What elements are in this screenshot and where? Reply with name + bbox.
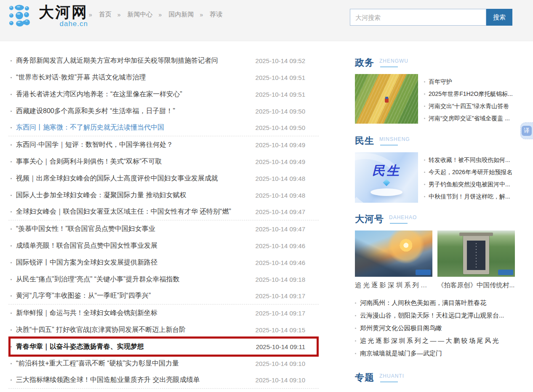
news-list-item[interactable]: 成绩单亮眼！联合国官员点赞中国女性事业发展 2025-10-14 09:46 (8, 237, 319, 254)
bullet-dot-icon (11, 279, 12, 280)
farm-field-photo[interactable] (355, 74, 418, 124)
sidebar-link[interactable]: 云海漫山谷，朝阳染天际！天柱远口龙潭山观景台... (355, 309, 515, 322)
news-title: 西藏建设800多个高原和美乡村 “生活幸福，日子甜！” (16, 107, 256, 116)
news-list-item[interactable]: 三大指标继续领跑全球！中国造船业量质齐升 交出亮眼成绩单 2025-10-14 … (8, 372, 319, 389)
sidebar-link[interactable]: 转发收藏！被不同虫咬伤如何... (424, 154, 515, 166)
news-list-item[interactable]: 东西问丨施寒微：不了解历史就无法读懂当代中国 2025-10-14 09:50 (8, 119, 319, 136)
news-title: 从民生“痛点”到治理“亮点” “关键小事”提升群众幸福指数 (16, 275, 256, 284)
sidebar-link[interactable]: 2025年世界F1H2O摩托艇锦标... (424, 88, 515, 100)
sidebar: 政务 ZHENGWU 百年守护 2025年世界F1H2O摩托艇锦标... 河南交… (355, 56, 515, 384)
news-list-item[interactable]: 香港长者讲述大湾区内地养老：“在这里像在家一样安心” 2025-10-14 09… (8, 86, 319, 103)
sidebar-link[interactable]: 百年守护 (424, 76, 515, 88)
news-title: 决胜“十四五” 打好收官战|京津冀协同发展不断迈上新台阶 (16, 326, 256, 334)
breadcrumb-link[interactable]: 新闻中心 (128, 11, 153, 19)
news-list-item[interactable]: 国际人士参加全球妇女峰会：凝聚国际力量 推动妇女赋权 2025-10-14 09… (8, 187, 319, 204)
news-timestamp: 2025-10-14 09:52 (256, 57, 305, 64)
section-minsheng-header: 民生 MINSHENG (355, 135, 515, 147)
news-list-item[interactable]: 新华鲜报｜命运与共！全球妇女峰会镌刻新坐标 2025-10-14 09:17 (8, 305, 319, 321)
news-timestamp: 2025-10-14 09:15 (256, 326, 305, 334)
news-title: 青春华章｜以奋斗姿态激扬青春、实现梦想 (16, 342, 256, 351)
sidebar-link[interactable]: 河南禹州：人间秋色美如画，满目落叶胜春花 (355, 297, 515, 309)
news-timestamp: 2025-10-14 09:51 (256, 74, 305, 81)
search-input[interactable] (350, 9, 486, 26)
bullet-dot-icon (424, 93, 425, 95)
news-list-item[interactable]: “世界市长对话·敦煌”开幕 共话文化城市治理 2025-10-14 09:51 (8, 69, 319, 86)
sidebar-link[interactable]: 追光逐影深圳系列之——大鹏较场尾风光 (355, 334, 515, 347)
section-dahehao-header: 大河号 DAHEHAO (355, 213, 515, 225)
news-list-item[interactable]: 东西问·中国学｜短评：数智时代，中国学将往何处？ 2025-10-14 09:4… (8, 136, 319, 153)
section-title[interactable]: 专题 (355, 371, 374, 384)
bullet-dot-icon (11, 211, 12, 212)
breadcrumb-separator: » (200, 11, 204, 18)
bullet-dot-icon (11, 245, 12, 246)
breadcrumb-link[interactable]: 国内新闻 (168, 11, 194, 19)
bullet-dot-icon (424, 184, 425, 185)
bullet-dot-icon (355, 302, 356, 304)
news-timestamp: 2025-10-14 09:10 (256, 360, 305, 367)
bullet-dot-icon (355, 328, 356, 329)
news-timestamp: 2025-10-14 09:49 (256, 141, 305, 148)
section-title[interactable]: 民生 (355, 135, 374, 147)
news-timestamp: 2025-10-14 09:47 (256, 208, 305, 215)
bullet-dot-icon (424, 172, 425, 173)
translate-icon: 译 (522, 126, 532, 136)
section-pinyin: DAHEHAO (389, 215, 417, 224)
news-timestamp: 2025-10-14 09:18 (256, 276, 305, 283)
stone-stele-photo (437, 230, 515, 277)
news-list-item[interactable]: 青春华章｜以奋斗姿态激扬青春、实现梦想 2025-10-14 09:11 (8, 338, 319, 355)
section-title[interactable]: 大河号 (355, 213, 384, 225)
sidebar-link[interactable]: 南京城墙就是城门多—武定门 (355, 347, 515, 360)
breadcrumb-item: » 新闻中心 (112, 11, 153, 19)
news-list-item[interactable]: 决胜“十四五” 打好收官战|京津冀协同发展不断迈上新台阶 2025-10-14 … (8, 321, 319, 338)
news-title: “世界市长对话·敦煌”开幕 共话文化城市治理 (16, 73, 256, 82)
tractor-icon (385, 98, 389, 103)
stele-plaque-shape (467, 241, 485, 270)
sidebar-link[interactable]: 男子钓鱼船突然没电被困河中... (424, 178, 515, 191)
section-zhengwu-header: 政务 ZHENGWU (355, 56, 515, 69)
breadcrumb-link[interactable]: 首页 (99, 11, 112, 19)
news-title: 国际人士参加全球妇女峰会：凝聚国际力量 推动妇女赋权 (16, 191, 256, 200)
breadcrumb: » 首页 » 新闻中心 » 国内新闻 » 荐读 (83, 11, 222, 19)
breadcrumb-link[interactable]: 荐读 (210, 11, 222, 19)
news-timestamp: 2025-10-14 09:50 (256, 108, 305, 115)
dahehao-links: 河南禹州：人间秋色美如画，满目落叶胜春花 云海漫山谷，朝阳染天际！天柱远口龙潭山… (355, 297, 515, 360)
section-title[interactable]: 政务 (355, 56, 374, 69)
sidebar-link[interactable]: 河南交出“十四五”绿水青山答卷 (424, 100, 515, 112)
news-list-item[interactable]: “前沿科技+重大工程”喜讯不断 “硬核”实力彰显中国力量 2025-10-14 … (8, 355, 319, 372)
bullet-dot-icon (11, 363, 12, 364)
news-list-item[interactable]: 黄河“几字弯”丰收图鉴：从“一季旺”到“四季兴” 2025-10-14 09:1… (8, 288, 319, 305)
minsheng-graphic[interactable]: 民生 (355, 152, 418, 203)
news-list-item[interactable]: 西藏建设800多个高原和美乡村 “生活幸福，日子甜！” 2025-10-14 0… (8, 103, 319, 119)
stele-stone-shape (463, 236, 489, 274)
bullet-dot-icon (11, 379, 12, 381)
news-list-item[interactable]: “羡慕中国女性！”联合国官员点赞中国妇女事业 2025-10-14 09:47 (8, 220, 319, 237)
news-title: “羡慕中国女性！”联合国官员点赞中国妇女事业 (16, 225, 256, 233)
news-list-item[interactable]: 从民生“痛点”到治理“亮点” “关键小事”提升群众幸福指数 2025-10-14… (8, 271, 319, 288)
minsheng-graphic-text: 民生 (355, 162, 418, 180)
bullet-dot-icon (424, 81, 425, 82)
bullet-dot-icon (11, 178, 12, 179)
sidebar-link[interactable]: 今天起，2026年考研开始预报名 (424, 166, 515, 178)
sidebar-link[interactable]: 郑州黄河文化公园极目阁鸟瞰 (355, 322, 515, 334)
bullet-dot-icon (424, 196, 425, 197)
dahe-logo[interactable]: 大河网 dahe.cn (8, 4, 88, 28)
news-list-item[interactable]: 国际锐评丨中国方案为全球妇女发展提供新路径 2025-10-14 09:46 (8, 254, 319, 271)
logo-bubbles-icon (8, 4, 35, 28)
bullet-dot-icon (355, 340, 356, 342)
search-button[interactable]: 搜索 (486, 9, 512, 26)
bullet-dot-icon (11, 313, 12, 314)
news-list-item[interactable]: 商务部新闻发言人就近期美方宣布对华加征关税等限制措施答记者问 2025-10-1… (8, 52, 319, 69)
news-list-item[interactable]: 全球妇女峰会｜联合国妇女署亚太区域主任：中国女性有才华 还特别“燃” 2025-… (8, 204, 319, 220)
news-timestamp: 2025-10-14 09:48 (256, 175, 305, 182)
translate-button[interactable]: 译 (520, 122, 533, 139)
sidebar-link[interactable]: 中秋佳节到！月饼这样吃，解... (424, 191, 515, 203)
watermark-badge (416, 270, 431, 275)
dahehao-card-stele[interactable]: 《拍客原创》中国传统村... (437, 230, 515, 290)
card-caption: 追光逐影深圳系列之... (355, 281, 432, 290)
sidebar-link[interactable]: 河南“交房即交证”省域全覆盖 ... (424, 112, 515, 124)
dahehao-card-sunset[interactable]: 追光逐影深圳系列之... (355, 230, 432, 290)
watermark-badge (498, 270, 513, 275)
news-list-item[interactable]: 视频｜出席全球妇女峰会的国际人士高度评价中国妇女事业发展成就 2025-10-1… (8, 170, 319, 187)
news-list-item[interactable]: 事事关心｜合则两利斗则俱伤！美式“双标”不可取 2025-10-14 09:49 (8, 153, 319, 170)
section-zhuanti-header: 专题 ZHUANTI (355, 371, 515, 384)
